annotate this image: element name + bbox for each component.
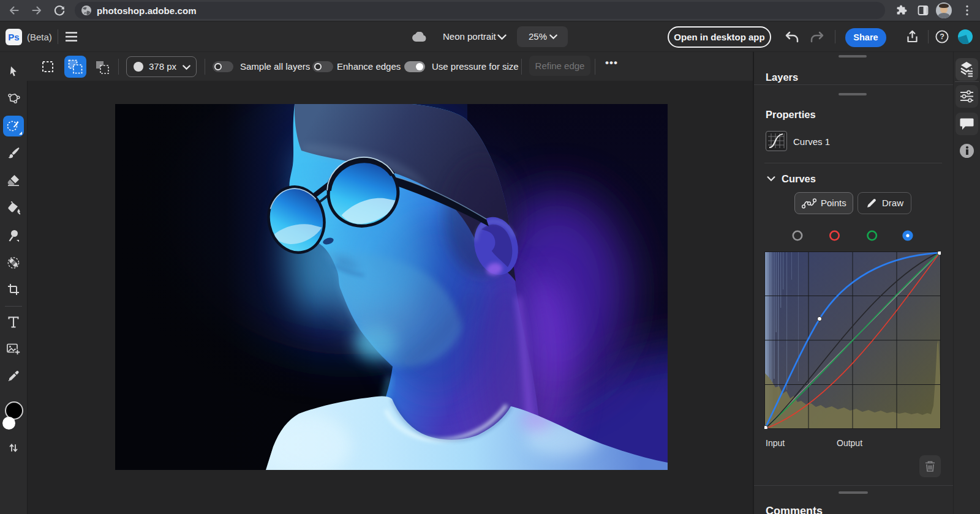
- svg-text:?: ?: [940, 32, 944, 41]
